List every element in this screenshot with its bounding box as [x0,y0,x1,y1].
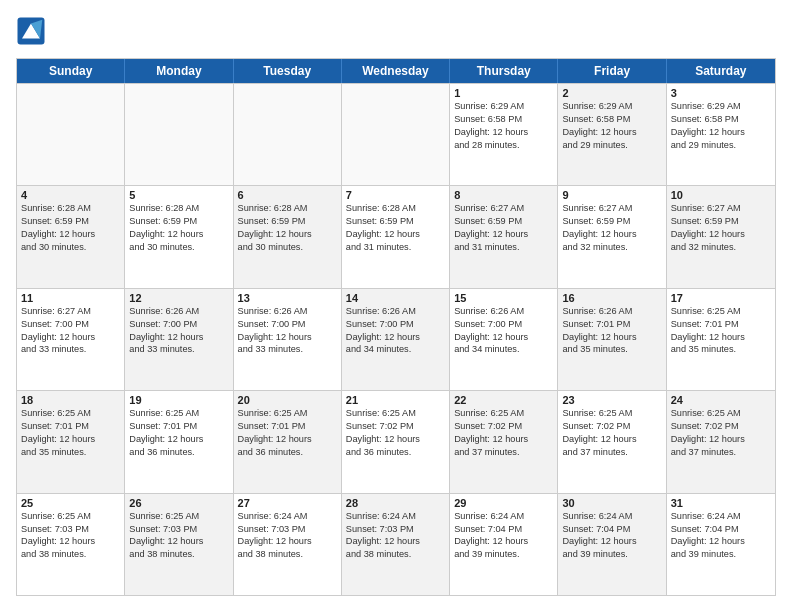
calendar-week-2: 4Sunrise: 6:28 AM Sunset: 6:59 PM Daylig… [17,185,775,287]
day-number: 2 [562,87,661,99]
cell-info: Sunrise: 6:29 AM Sunset: 6:58 PM Dayligh… [671,100,771,152]
cell-info: Sunrise: 6:24 AM Sunset: 7:04 PM Dayligh… [454,510,553,562]
cell-info: Sunrise: 6:25 AM Sunset: 7:01 PM Dayligh… [671,305,771,357]
calendar-cell: 19Sunrise: 6:25 AM Sunset: 7:01 PM Dayli… [125,391,233,492]
logo-icon [16,16,46,46]
day-number: 29 [454,497,553,509]
cell-info: Sunrise: 6:26 AM Sunset: 7:00 PM Dayligh… [346,305,445,357]
cell-info: Sunrise: 6:24 AM Sunset: 7:04 PM Dayligh… [671,510,771,562]
calendar-cell: 4Sunrise: 6:28 AM Sunset: 6:59 PM Daylig… [17,186,125,287]
day-number: 17 [671,292,771,304]
cell-info: Sunrise: 6:24 AM Sunset: 7:03 PM Dayligh… [346,510,445,562]
day-number: 27 [238,497,337,509]
cell-info: Sunrise: 6:28 AM Sunset: 6:59 PM Dayligh… [21,202,120,254]
header-day-wednesday: Wednesday [342,59,450,83]
day-number: 18 [21,394,120,406]
calendar-cell: 11Sunrise: 6:27 AM Sunset: 7:00 PM Dayli… [17,289,125,390]
calendar-week-1: 1Sunrise: 6:29 AM Sunset: 6:58 PM Daylig… [17,83,775,185]
header-day-monday: Monday [125,59,233,83]
day-number: 23 [562,394,661,406]
calendar-cell: 30Sunrise: 6:24 AM Sunset: 7:04 PM Dayli… [558,494,666,595]
cell-info: Sunrise: 6:26 AM Sunset: 7:00 PM Dayligh… [238,305,337,357]
calendar-cell: 20Sunrise: 6:25 AM Sunset: 7:01 PM Dayli… [234,391,342,492]
cell-info: Sunrise: 6:29 AM Sunset: 6:58 PM Dayligh… [562,100,661,152]
calendar-cell: 13Sunrise: 6:26 AM Sunset: 7:00 PM Dayli… [234,289,342,390]
day-number: 3 [671,87,771,99]
day-number: 28 [346,497,445,509]
cell-info: Sunrise: 6:25 AM Sunset: 7:03 PM Dayligh… [129,510,228,562]
header-day-friday: Friday [558,59,666,83]
cell-info: Sunrise: 6:27 AM Sunset: 6:59 PM Dayligh… [454,202,553,254]
header [16,16,776,46]
cell-info: Sunrise: 6:27 AM Sunset: 7:00 PM Dayligh… [21,305,120,357]
day-number: 1 [454,87,553,99]
calendar-cell: 26Sunrise: 6:25 AM Sunset: 7:03 PM Dayli… [125,494,233,595]
calendar-week-4: 18Sunrise: 6:25 AM Sunset: 7:01 PM Dayli… [17,390,775,492]
calendar-cell: 25Sunrise: 6:25 AM Sunset: 7:03 PM Dayli… [17,494,125,595]
calendar-cell: 7Sunrise: 6:28 AM Sunset: 6:59 PM Daylig… [342,186,450,287]
calendar-cell: 2Sunrise: 6:29 AM Sunset: 6:58 PM Daylig… [558,84,666,185]
cell-info: Sunrise: 6:25 AM Sunset: 7:02 PM Dayligh… [454,407,553,459]
calendar-cell: 12Sunrise: 6:26 AM Sunset: 7:00 PM Dayli… [125,289,233,390]
calendar-header: SundayMondayTuesdayWednesdayThursdayFrid… [17,59,775,83]
header-day-thursday: Thursday [450,59,558,83]
day-number: 7 [346,189,445,201]
day-number: 9 [562,189,661,201]
cell-info: Sunrise: 6:26 AM Sunset: 7:00 PM Dayligh… [454,305,553,357]
calendar-body: 1Sunrise: 6:29 AM Sunset: 6:58 PM Daylig… [17,83,775,595]
cell-info: Sunrise: 6:25 AM Sunset: 7:02 PM Dayligh… [671,407,771,459]
calendar-cell: 9Sunrise: 6:27 AM Sunset: 6:59 PM Daylig… [558,186,666,287]
calendar-cell: 24Sunrise: 6:25 AM Sunset: 7:02 PM Dayli… [667,391,775,492]
day-number: 25 [21,497,120,509]
cell-info: Sunrise: 6:27 AM Sunset: 6:59 PM Dayligh… [671,202,771,254]
page: SundayMondayTuesdayWednesdayThursdayFrid… [0,0,792,612]
cell-info: Sunrise: 6:28 AM Sunset: 6:59 PM Dayligh… [346,202,445,254]
header-day-saturday: Saturday [667,59,775,83]
logo [16,16,50,46]
cell-info: Sunrise: 6:26 AM Sunset: 7:00 PM Dayligh… [129,305,228,357]
cell-info: Sunrise: 6:25 AM Sunset: 7:03 PM Dayligh… [21,510,120,562]
header-day-sunday: Sunday [17,59,125,83]
calendar-cell: 10Sunrise: 6:27 AM Sunset: 6:59 PM Dayli… [667,186,775,287]
calendar-cell: 21Sunrise: 6:25 AM Sunset: 7:02 PM Dayli… [342,391,450,492]
calendar-week-3: 11Sunrise: 6:27 AM Sunset: 7:00 PM Dayli… [17,288,775,390]
calendar-cell: 14Sunrise: 6:26 AM Sunset: 7:00 PM Dayli… [342,289,450,390]
calendar-week-5: 25Sunrise: 6:25 AM Sunset: 7:03 PM Dayli… [17,493,775,595]
cell-info: Sunrise: 6:27 AM Sunset: 6:59 PM Dayligh… [562,202,661,254]
day-number: 22 [454,394,553,406]
calendar: SundayMondayTuesdayWednesdayThursdayFrid… [16,58,776,596]
day-number: 20 [238,394,337,406]
day-number: 31 [671,497,771,509]
calendar-cell: 1Sunrise: 6:29 AM Sunset: 6:58 PM Daylig… [450,84,558,185]
header-day-tuesday: Tuesday [234,59,342,83]
cell-info: Sunrise: 6:28 AM Sunset: 6:59 PM Dayligh… [238,202,337,254]
day-number: 4 [21,189,120,201]
calendar-cell: 17Sunrise: 6:25 AM Sunset: 7:01 PM Dayli… [667,289,775,390]
calendar-cell: 27Sunrise: 6:24 AM Sunset: 7:03 PM Dayli… [234,494,342,595]
cell-info: Sunrise: 6:24 AM Sunset: 7:04 PM Dayligh… [562,510,661,562]
day-number: 19 [129,394,228,406]
day-number: 8 [454,189,553,201]
day-number: 24 [671,394,771,406]
calendar-cell [125,84,233,185]
calendar-cell [342,84,450,185]
day-number: 12 [129,292,228,304]
cell-info: Sunrise: 6:25 AM Sunset: 7:01 PM Dayligh… [21,407,120,459]
day-number: 11 [21,292,120,304]
calendar-cell: 22Sunrise: 6:25 AM Sunset: 7:02 PM Dayli… [450,391,558,492]
calendar-cell: 23Sunrise: 6:25 AM Sunset: 7:02 PM Dayli… [558,391,666,492]
day-number: 13 [238,292,337,304]
cell-info: Sunrise: 6:24 AM Sunset: 7:03 PM Dayligh… [238,510,337,562]
calendar-cell [234,84,342,185]
calendar-cell [17,84,125,185]
cell-info: Sunrise: 6:25 AM Sunset: 7:01 PM Dayligh… [238,407,337,459]
calendar-cell: 15Sunrise: 6:26 AM Sunset: 7:00 PM Dayli… [450,289,558,390]
cell-info: Sunrise: 6:26 AM Sunset: 7:01 PM Dayligh… [562,305,661,357]
day-number: 30 [562,497,661,509]
calendar-cell: 16Sunrise: 6:26 AM Sunset: 7:01 PM Dayli… [558,289,666,390]
day-number: 10 [671,189,771,201]
calendar-cell: 29Sunrise: 6:24 AM Sunset: 7:04 PM Dayli… [450,494,558,595]
cell-info: Sunrise: 6:25 AM Sunset: 7:02 PM Dayligh… [562,407,661,459]
cell-info: Sunrise: 6:25 AM Sunset: 7:01 PM Dayligh… [129,407,228,459]
day-number: 21 [346,394,445,406]
